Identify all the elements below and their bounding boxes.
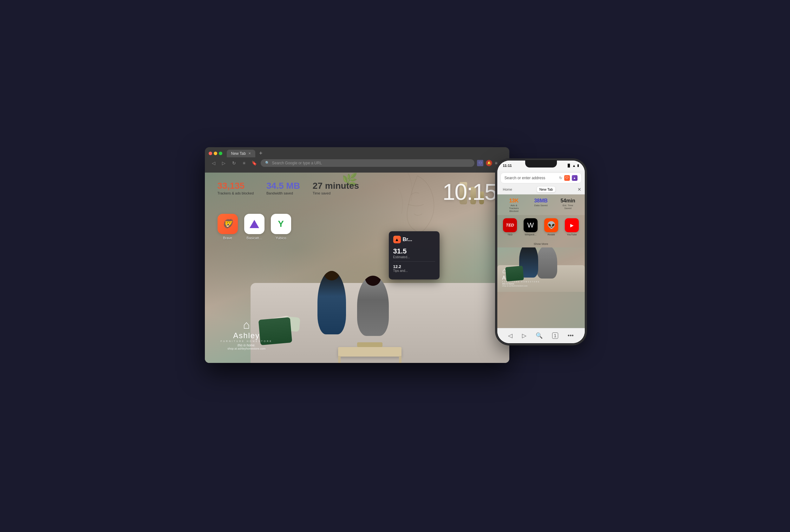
phone-tab-newtab[interactable]: New Tab — [537, 187, 556, 192]
phone-time-label: Est. Time Saved — [560, 204, 576, 210]
newtab-page: 🌿 — [205, 173, 509, 363]
person-woman — [317, 271, 346, 334]
shortcut-basicatt-label: Basicatt... — [246, 236, 262, 240]
phone-ashley-url: shop at ashleyhomestore.com — [502, 285, 540, 287]
show-more-container: Show More — [497, 239, 585, 247]
phone-blanket — [505, 266, 524, 281]
shortcuts: 🦁 Brave Basicatt... Y Yubico — [217, 214, 291, 240]
search-icon: 🔍 — [265, 161, 270, 165]
phone-bandwidth-value: 38MB — [534, 198, 548, 203]
phone-tab-home[interactable]: Home — [500, 187, 515, 192]
phone-forward-button[interactable]: ▷ — [522, 332, 526, 339]
shortcut-basicatt[interactable]: Basicatt... — [244, 214, 265, 240]
wifi-icon: ▲ — [573, 164, 576, 168]
phone-bg-area: ⌂ Ashley FURNITURE HOMESTORE this is hom… — [497, 247, 585, 292]
phone-shortcut-ted-label: TED — [507, 233, 513, 236]
trackers-stat: 33,135 Trackers & ads blocked — [217, 182, 254, 195]
ashley-name: Ashley — [221, 331, 272, 340]
phone-ashley-tagline: this is home. — [502, 283, 540, 285]
tab-close-icon[interactable]: ✕ — [248, 152, 251, 155]
popup-brave-icon: ▲ — [393, 236, 401, 243]
phone-time-value: 54min — [560, 198, 575, 203]
reload-button[interactable]: ↻ — [230, 159, 238, 167]
table-legs — [338, 356, 402, 363]
phone-tabs-button[interactable]: 1 — [552, 332, 558, 339]
phone-menu-button[interactable]: ••• — [568, 332, 574, 339]
reddit-icon: 👽 — [544, 218, 558, 232]
active-tab[interactable]: New Tab ✕ — [227, 150, 255, 157]
ted-icon: TED — [503, 218, 517, 232]
popup-brave-title: Br... — [403, 237, 412, 242]
time-value: 27 minutes — [313, 182, 359, 190]
close-button[interactable] — [209, 152, 212, 155]
ashley-url: shop at ashleyhomestore.com — [221, 347, 272, 350]
shield-icon[interactable]: 🛡 — [477, 160, 483, 166]
phone-shortcut-reddit[interactable]: 👽 Reddit — [542, 218, 560, 236]
youtube-icon: ▶ — [565, 218, 579, 232]
popup-stat-1: 31.5 Estimated... — [393, 247, 435, 259]
phone-trackers-label: Ads & Trackers Blocked — [505, 204, 522, 212]
stats-bar: 33,135 Trackers & ads blocked 34.5 MB Ba… — [217, 182, 359, 195]
phone-shortcut-reddit-label: Reddit — [547, 233, 555, 236]
tab-bar: New Tab ✕ + — [209, 150, 505, 157]
phone-tabs-bar: Home New Tab ✕ — [497, 185, 585, 194]
phone-address-bar[interactable]: Search or enter address ↻ 🛡 ▲ — [500, 173, 582, 183]
phone-brave-shield[interactable]: 🛡 — [564, 175, 570, 181]
back-button[interactable]: ◁ — [210, 159, 217, 167]
brave-icon: 🦁 — [217, 214, 238, 234]
wikipedia-icon: W — [524, 218, 538, 232]
person-man — [357, 276, 389, 336]
trackers-label: Trackers & ads blocked — [217, 191, 254, 195]
address-text: Search Google or type a URL — [272, 161, 322, 165]
bookmark-icon[interactable]: 🔖 — [251, 159, 258, 167]
phone-brave-menu[interactable]: ▲ — [572, 175, 578, 181]
browser-chrome: New Tab ✕ + ◁ ▷ ↻ ≡ 🔖 🔍 Search Google or… — [205, 147, 509, 173]
phone-newtab-content: 13K Ads & Trackers Blocked 38MB Data Sav… — [497, 194, 585, 328]
phone-status-icons: ▐▌ ▲ ▮ — [566, 164, 579, 168]
time-stat: 27 minutes Time saved — [313, 182, 359, 195]
phone-frame: 11:11 ▐▌ ▲ ▮ Search or enter address ↻ 🛡… — [497, 160, 585, 344]
phone-bandwidth-stat: 38MB Data Saved — [534, 198, 548, 212]
phone-notch — [525, 160, 557, 168]
ashley-sub: FURNITURE HOMESTORE — [221, 340, 272, 342]
time-label: Time saved — [313, 191, 359, 195]
forward-button[interactable]: ▷ — [220, 159, 228, 167]
tab-title: New Tab — [231, 151, 246, 156]
notification-badge[interactable]: 🔔 — [486, 160, 492, 166]
mobile-phone: 11:11 ▐▌ ▲ ▮ Search or enter address ↻ 🛡… — [497, 160, 585, 344]
popup-header: ▲ Br... — [393, 236, 435, 243]
basicatt-icon — [244, 214, 265, 234]
phone-search-button[interactable]: 🔍 — [536, 332, 543, 339]
traffic-lights — [209, 152, 222, 155]
list-icon[interactable]: ≡ — [240, 159, 248, 167]
ashley-tagline: this is home. — [221, 344, 272, 347]
phone-shortcut-wikipedia[interactable]: W Wikipedi... — [522, 218, 540, 236]
bandwidth-value: 34.5 MB — [266, 182, 300, 190]
browser-toolbar: ◁ ▷ ↻ ≡ 🔖 🔍 Search Google or type a URL … — [209, 159, 505, 169]
phone-bottom-nav: ◁ ▷ 🔍 1 ••• — [497, 328, 585, 343]
trackers-value: 33,135 — [217, 182, 254, 190]
phone-back-button[interactable]: ◁ — [508, 332, 513, 339]
clock: 10:15 — [442, 179, 496, 205]
tray — [357, 342, 383, 347]
shortcut-brave[interactable]: 🦁 Brave — [217, 214, 238, 240]
popup-stat-2-label: Tips and... — [393, 269, 435, 272]
phone-stats: 13K Ads & Trackers Blocked 38MB Data Sav… — [497, 194, 585, 215]
address-bar[interactable]: 🔍 Search Google or type a URL — [261, 159, 475, 167]
popup-divider — [393, 261, 435, 262]
popup-stat-2-value: 12.2 — [393, 264, 435, 269]
maximize-button[interactable] — [219, 152, 222, 155]
popup-stat-2: 12.2 Tips and... — [393, 264, 435, 272]
new-tab-button[interactable]: + — [257, 150, 265, 157]
popup-stat-1-label: Estimated... — [393, 255, 435, 259]
signal-icon: ▐▌ — [566, 164, 571, 167]
phone-shortcut-youtube[interactable]: ▶ YouTube — [563, 218, 581, 236]
phone-man — [537, 247, 557, 279]
phone-bandwidth-label: Data Saved — [534, 204, 548, 207]
phone-reload-icon[interactable]: ↻ — [559, 176, 562, 180]
shortcut-yubico[interactable]: Y Yubico — [271, 214, 291, 240]
phone-tab-close-icon[interactable]: ✕ — [578, 187, 581, 192]
show-more-button[interactable]: Show More — [534, 242, 548, 246]
minimize-button[interactable] — [214, 152, 217, 155]
phone-shortcut-ted[interactable]: TED TED — [501, 218, 519, 236]
